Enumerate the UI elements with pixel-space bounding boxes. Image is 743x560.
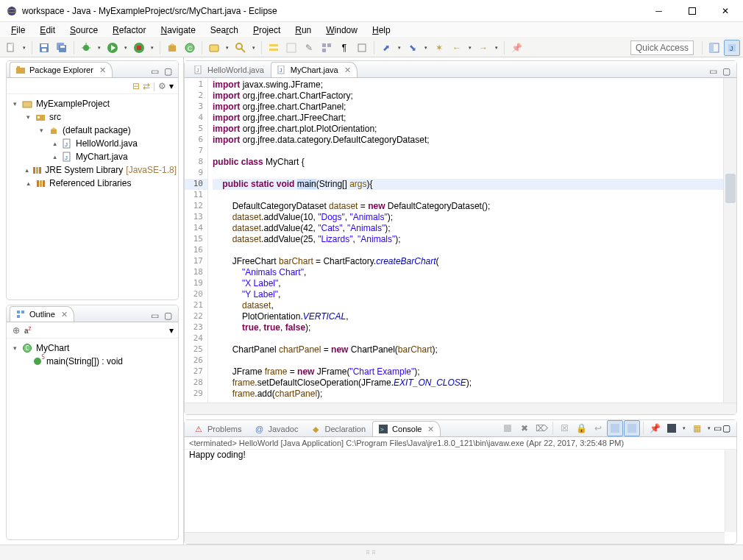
show-whitespace-button[interactable]: ¶: [336, 40, 352, 56]
toggle-word-wrap-button[interactable]: [354, 40, 370, 56]
maximize-view-button[interactable]: ▢: [162, 310, 174, 322]
editor-overview-ruler[interactable]: [723, 78, 736, 403]
save-all-button[interactable]: [54, 40, 70, 56]
editor-tab-mychart[interactable]: J MyChart.java ✕: [271, 62, 358, 77]
terminate-button[interactable]: [500, 420, 516, 436]
show-on-output-button[interactable]: [607, 420, 623, 436]
open-perspective-button[interactable]: [706, 40, 722, 56]
maximize-view-button[interactable]: ▢: [162, 65, 174, 77]
menu-edit[interactable]: Edit: [33, 24, 62, 37]
edit-button[interactable]: ✎: [301, 40, 317, 56]
annotation-next-button[interactable]: ⬊: [405, 40, 421, 56]
new-java-class-button[interactable]: C: [182, 40, 198, 56]
minimize-button[interactable]: ─: [642, 1, 675, 21]
tree-src[interactable]: ▾src: [8, 110, 177, 124]
declaration-tab[interactable]: ◆Declaration: [305, 421, 372, 436]
sash-grip-icon[interactable]: ⠿⠿: [366, 550, 377, 556]
debug-button[interactable]: [78, 40, 94, 56]
console-horizontal-scrollbar[interactable]: [185, 532, 725, 544]
console-tab[interactable]: >Console✕: [372, 421, 441, 436]
clear-console-button[interactable]: ☒: [556, 420, 572, 436]
run-dropdown[interactable]: ▾: [122, 45, 129, 51]
toggle-breadcrumb-button[interactable]: [266, 40, 282, 56]
package-explorer-tree[interactable]: ▾MyExampleProject ▾src ▾(default package…: [7, 94, 178, 300]
maximize-button[interactable]: [675, 1, 708, 21]
view-menu-button[interactable]: ▾: [169, 325, 174, 336]
remove-all-launches-button[interactable]: ⌦: [533, 420, 550, 436]
display-console-dropdown[interactable]: ▾: [680, 425, 688, 431]
search-button[interactable]: [232, 40, 249, 56]
menu-help[interactable]: Help: [366, 24, 397, 37]
open-type-dropdown[interactable]: ▾: [224, 45, 231, 51]
pin-button[interactable]: 📌: [508, 40, 525, 56]
new-dropdown[interactable]: ▾: [21, 45, 28, 51]
scrollbar-thumb[interactable]: [725, 174, 736, 203]
open-console-button[interactable]: ▦: [689, 420, 705, 436]
filters-button[interactable]: ⚙: [158, 81, 166, 91]
minimize-view-button[interactable]: ▭: [714, 423, 722, 433]
problems-tab[interactable]: ⚠Problems: [188, 421, 248, 436]
back-dropdown[interactable]: ▾: [466, 45, 474, 51]
menu-refactor[interactable]: Refactor: [106, 24, 152, 37]
new-java-package-button[interactable]: [164, 40, 180, 56]
last-edit-button[interactable]: ✶: [431, 40, 447, 56]
back-button[interactable]: ←: [449, 40, 465, 56]
tree-package[interactable]: ▾(default package): [8, 124, 177, 137]
word-wrap-button[interactable]: ↩: [590, 420, 606, 436]
outline-tab[interactable]: Outline ✕: [10, 306, 74, 322]
forward-dropdown[interactable]: ▾: [493, 45, 500, 51]
coverage-button[interactable]: [131, 40, 147, 56]
annotation-next-dropdown[interactable]: ▾: [422, 45, 430, 51]
menu-navigate[interactable]: Navigate: [154, 24, 202, 37]
minimize-view-button[interactable]: ▭: [149, 310, 160, 322]
console-output-area[interactable]: Happy coding!: [185, 450, 736, 544]
close-icon[interactable]: ✕: [427, 425, 434, 434]
annotation-prev-dropdown[interactable]: ▾: [396, 45, 403, 51]
forward-button[interactable]: →: [475, 40, 491, 56]
editor-horizontal-scrollbar[interactable]: [185, 403, 736, 414]
menu-source[interactable]: Source: [63, 24, 104, 37]
editor-tab-helloworld[interactable]: J HelloWorld.java: [188, 62, 271, 77]
focus-button[interactable]: ⊕: [13, 325, 20, 336]
show-on-error-button[interactable]: [624, 420, 640, 436]
minimize-view-button[interactable]: ▭: [149, 65, 160, 77]
editor-gutter[interactable]: 1234567891011121314151617181920212223242…: [185, 78, 208, 403]
remove-launch-button[interactable]: ✖: [516, 420, 533, 436]
pin-console-button[interactable]: 📌: [647, 420, 663, 436]
package-explorer-tab[interactable]: Package Explorer ✕: [10, 62, 113, 77]
save-button[interactable]: [36, 40, 52, 56]
minimize-editor-button[interactable]: ▭: [707, 65, 719, 77]
scroll-lock-button[interactable]: 🔒: [573, 420, 589, 436]
console-vertical-scrollbar[interactable]: [725, 450, 736, 532]
menu-project[interactable]: Project: [246, 24, 287, 37]
maximize-editor-button[interactable]: ▢: [720, 65, 732, 77]
block-select-button[interactable]: [319, 40, 335, 56]
tree-file-mychart[interactable]: ▸JMyChart.java: [8, 150, 177, 163]
collapse-all-button[interactable]: ⊟: [132, 81, 140, 91]
quick-access-field[interactable]: Quick Access: [630, 40, 694, 55]
toggle-mark-occurrences-button[interactable]: [283, 40, 299, 56]
coverage-dropdown[interactable]: ▾: [149, 45, 156, 51]
sort-button[interactable]: az: [24, 325, 32, 336]
tree-project[interactable]: ▾MyExampleProject: [8, 97, 177, 110]
tree-jre[interactable]: ▸JRE System Library [JavaSE-1.8]: [8, 163, 177, 177]
new-button[interactable]: [3, 40, 19, 56]
open-console-dropdown[interactable]: ▾: [705, 425, 713, 431]
close-icon[interactable]: ✕: [61, 310, 68, 319]
maximize-view-button[interactable]: ▢: [722, 423, 730, 433]
search-dropdown[interactable]: ▾: [250, 45, 257, 51]
menu-run[interactable]: Run: [288, 24, 318, 37]
debug-dropdown[interactable]: ▾: [96, 45, 103, 51]
close-button[interactable]: ✕: [708, 1, 742, 21]
menu-file[interactable]: File: [4, 24, 32, 37]
outline-method[interactable]: Smain(String[]) : void: [8, 355, 177, 368]
outline-class[interactable]: ▾CMyChart: [8, 341, 177, 355]
close-icon[interactable]: ✕: [344, 65, 351, 75]
link-editor-button[interactable]: ⇄: [143, 81, 150, 91]
tree-ref-libs[interactable]: ▸Referenced Libraries: [8, 177, 177, 190]
menu-window[interactable]: Window: [319, 24, 364, 37]
menu-search[interactable]: Search: [204, 24, 245, 37]
display-console-button[interactable]: [664, 420, 680, 436]
editor-code-area[interactable]: import javax.swing.JFrame;import org.jfr…: [208, 78, 723, 403]
open-type-button[interactable]: [206, 40, 222, 56]
